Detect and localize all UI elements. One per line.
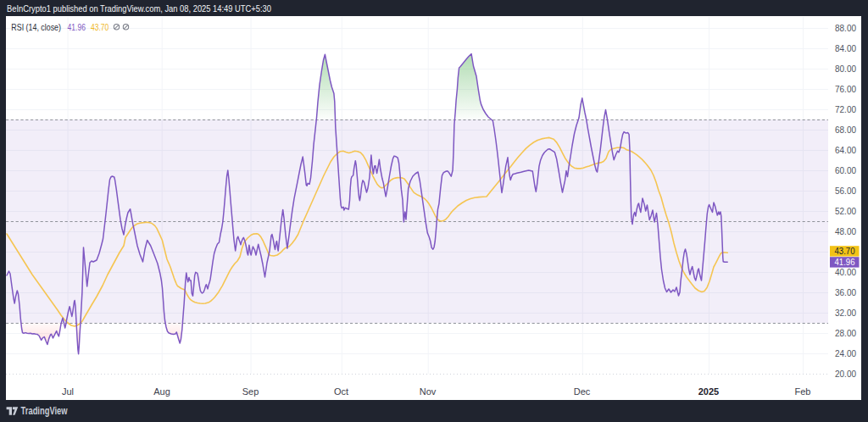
svg-text:41.96: 41.96 [68,22,86,32]
svg-text:68.00: 68.00 [835,125,856,135]
svg-text:Dec: Dec [574,386,591,397]
svg-text:60.00: 60.00 [835,165,856,175]
svg-text:Nov: Nov [420,386,437,397]
svg-text:Jul: Jul [62,386,74,397]
svg-text:56.00: 56.00 [835,186,856,196]
svg-text:RSI (14, close): RSI (14, close) [11,22,61,32]
svg-text:40.00: 40.00 [835,267,856,277]
svg-text:Sep: Sep [242,386,259,397]
svg-text:88.00: 88.00 [835,23,856,33]
svg-text:24.00: 24.00 [835,348,856,358]
svg-text:43.70: 43.70 [91,22,108,32]
svg-text:64.00: 64.00 [835,145,856,155]
svg-text:20.00: 20.00 [835,369,856,379]
svg-text:Feb: Feb [795,386,811,397]
svg-text:32.00: 32.00 [835,308,856,318]
svg-text:41.96: 41.96 [835,257,855,267]
svg-text:43.70: 43.70 [835,246,855,256]
svg-text:52.00: 52.00 [835,206,856,216]
svg-text:BeInCrypto1 published on Tradi: BeInCrypto1 published on TradingView.com… [7,3,271,14]
svg-text:28.00: 28.00 [835,328,856,338]
svg-text:72.00: 72.00 [835,104,856,114]
svg-text:2025: 2025 [698,386,719,397]
svg-text:84.00: 84.00 [835,43,856,53]
svg-text:48.00: 48.00 [835,226,856,236]
svg-text:36.00: 36.00 [835,287,856,297]
svg-text:Oct: Oct [334,386,348,397]
svg-text:80.00: 80.00 [835,64,856,74]
svg-text:76.00: 76.00 [835,84,856,94]
svg-text:TradingView: TradingView [21,405,69,417]
svg-text:Aug: Aug [153,386,170,397]
